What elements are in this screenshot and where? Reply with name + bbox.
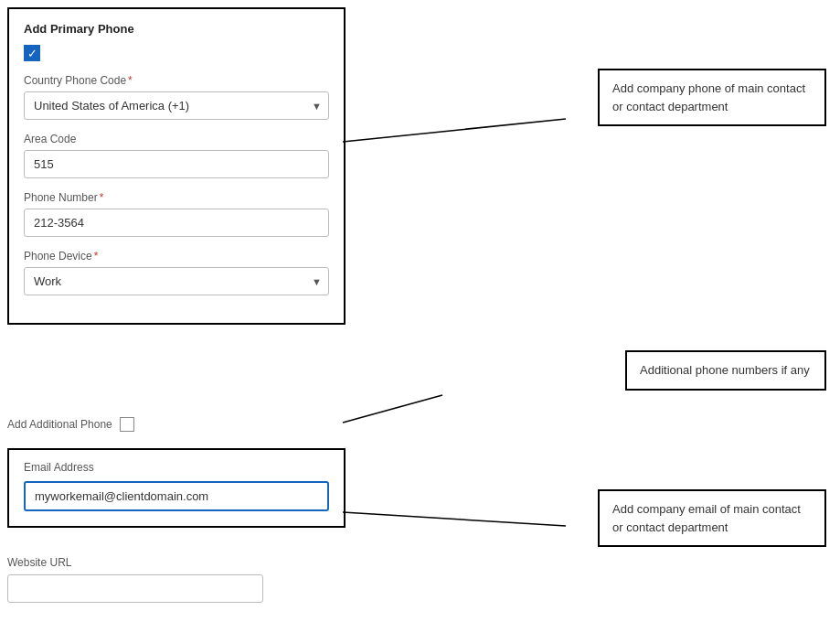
website-section: Website URL xyxy=(7,556,263,612)
callout-box-2: Additional phone numbers if any xyxy=(625,350,826,391)
area-code-input[interactable] xyxy=(24,150,329,178)
email-label: Email Address xyxy=(24,461,329,474)
phone-device-group: Phone Device* Work Mobile Home Fax ▼ xyxy=(24,250,329,295)
phone-device-select-wrapper: Work Mobile Home Fax ▼ xyxy=(24,267,329,295)
required-star-phone: * xyxy=(100,191,104,204)
email-section: Email Address xyxy=(7,448,346,528)
country-code-select[interactable]: United States of America (+1) Canada (+1… xyxy=(24,91,329,120)
svg-line-1 xyxy=(343,395,442,423)
required-star-device: * xyxy=(94,250,99,263)
phone-number-label: Phone Number* xyxy=(24,191,329,204)
phone-number-input[interactable] xyxy=(24,209,329,237)
svg-line-2 xyxy=(343,512,566,526)
phone-device-label: Phone Device* xyxy=(24,250,329,263)
callout-box-1: Add company phone of main contact or con… xyxy=(598,69,826,126)
svg-line-0 xyxy=(343,119,566,142)
phone-device-select[interactable]: Work Mobile Home Fax xyxy=(24,267,329,295)
primary-phone-checkbox-row: ✓ xyxy=(24,45,329,61)
country-code-select-wrapper: United States of America (+1) Canada (+1… xyxy=(24,91,329,120)
callout-box-3: Add company email of main contact or con… xyxy=(598,489,826,547)
checkmark-icon: ✓ xyxy=(27,48,37,59)
primary-phone-panel: Add Primary Phone ✓ Country Phone Code* … xyxy=(7,7,346,325)
additional-phone-checkbox[interactable] xyxy=(120,417,134,432)
primary-phone-title: Add Primary Phone xyxy=(24,22,329,36)
country-code-group: Country Phone Code* United States of Ame… xyxy=(24,74,329,120)
additional-phone-section: Add Additional Phone xyxy=(7,412,134,437)
website-label: Website URL xyxy=(7,556,263,569)
area-code-group: Area Code xyxy=(24,133,329,178)
website-input[interactable] xyxy=(7,574,263,603)
country-code-label: Country Phone Code* xyxy=(24,74,329,87)
required-star-country: * xyxy=(128,74,133,87)
additional-phone-label: Add Additional Phone xyxy=(7,418,112,431)
area-code-label: Area Code xyxy=(24,133,329,145)
primary-phone-checkbox[interactable]: ✓ xyxy=(24,45,40,61)
email-input[interactable] xyxy=(24,481,329,511)
phone-number-group: Phone Number* xyxy=(24,191,329,237)
main-container: Add Primary Phone ✓ Country Phone Code* … xyxy=(0,0,840,643)
